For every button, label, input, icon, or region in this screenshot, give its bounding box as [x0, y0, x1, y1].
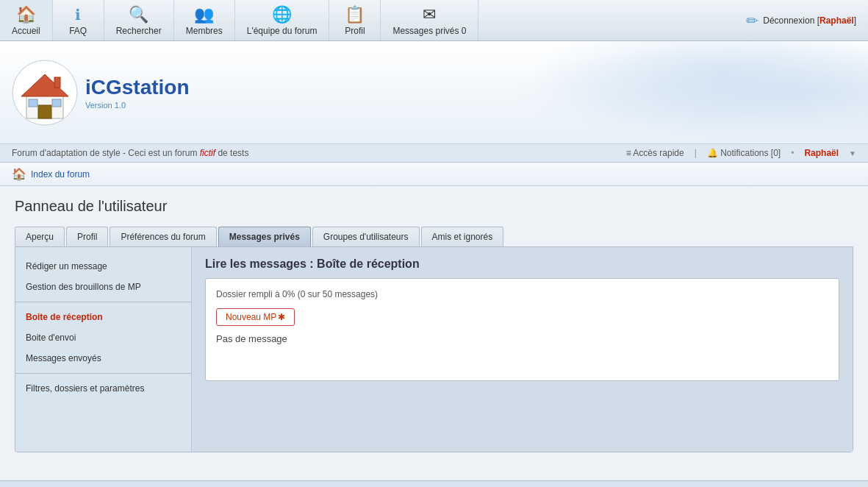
forum-description: Forum d'adaptation de style - Ceci est u…	[12, 148, 248, 158]
logout-username[interactable]: Raphaël	[819, 15, 854, 26]
nav-membres-label: Membres	[186, 26, 223, 36]
nav-mp[interactable]: Messages privés 0	[381, 0, 478, 40]
profile-icon	[345, 5, 365, 24]
nav-faq-label: FAQ	[69, 26, 87, 36]
members-icon	[194, 5, 214, 24]
header-decoration	[501, 41, 868, 143]
home-icon	[16, 5, 36, 24]
sidebar-separator-2	[15, 373, 191, 374]
forum-desc-end: de tests	[215, 148, 248, 158]
nav-profil[interactable]: Profil	[329, 0, 381, 40]
logo-area: iCGstation Version 1.0	[12, 60, 190, 126]
content-panel: Rédiger un message Gestion des brouillon…	[15, 246, 853, 452]
logout-section: Déconnexion [ Raphaël ]	[734, 0, 868, 40]
message-area: Lire les messages : Boîte de réception D…	[192, 247, 853, 452]
quick-access-link[interactable]: ≡ Accès rapide	[626, 148, 684, 158]
header-band: iCGstation Version 1.0	[0, 41, 868, 144]
forum-desc-text: Forum d'adaptation de style - Ceci est u…	[12, 148, 200, 158]
username-link[interactable]: Raphaël	[804, 148, 839, 158]
sidebar: Rédiger un message Gestion des brouillon…	[15, 247, 192, 452]
forum-fictif: fictif	[200, 148, 215, 158]
no-message-text: Pas de message	[216, 333, 828, 344]
nav-accueil[interactable]: Accueil	[0, 0, 53, 40]
info-bar-right: ≡ Accès rapide | 🔔 Notifications [0] • R…	[626, 148, 856, 158]
site-title: iCGstation	[85, 76, 190, 99]
site-version: Version 1.0	[85, 101, 190, 110]
nav-faq[interactable]: FAQ	[53, 0, 104, 40]
info-bar-divider1: |	[695, 148, 697, 158]
sidebar-boite-reception[interactable]: Boite de réception	[15, 307, 191, 327]
message-box: Dossier rempli à 0% (0 sur 50 messages) …	[205, 278, 839, 381]
sidebar-boite-envoi[interactable]: Boite d'envoi	[15, 327, 191, 348]
logout-suffix: ]	[854, 15, 856, 26]
info-bar-bullet: •	[791, 148, 794, 158]
message-area-title: Lire les messages : Boîte de réception	[205, 257, 839, 271]
main-content: Panneau de l'utilisateur Aperçu Profil P…	[0, 186, 868, 480]
svg-rect-6	[54, 77, 60, 88]
mp-icon	[423, 5, 436, 24]
svg-rect-5	[52, 99, 61, 107]
new-mp-button[interactable]: Nouveau MP✱	[216, 308, 295, 326]
sidebar-messages-envoyes[interactable]: Messages envoyés	[15, 348, 191, 369]
tab-groupes[interactable]: Groupes d'utilisateurs	[312, 227, 420, 246]
nav-mp-label: Messages privés 0	[392, 26, 466, 36]
nav-accueil-label: Accueil	[12, 26, 40, 36]
sidebar-separator-1	[15, 302, 191, 302]
notifications-link[interactable]: 🔔 Notifications [0]	[707, 148, 781, 158]
sidebar-rediger[interactable]: Rédiger un message	[15, 256, 191, 277]
faq-icon	[75, 5, 81, 24]
breadcrumb-home-icon: 🏠	[12, 167, 26, 181]
logout-prefix: Déconnexion [	[763, 15, 819, 26]
sidebar-brouillons[interactable]: Gestion des brouillons de MP	[15, 277, 191, 297]
tab-amis[interactable]: Amis et ignorés	[421, 227, 504, 246]
new-mp-asterisk: ✱	[278, 312, 285, 322]
info-bar: Forum d'adaptation de style - Ceci est u…	[0, 144, 868, 163]
site-title-area: iCGstation Version 1.0	[85, 76, 190, 110]
team-icon	[272, 5, 292, 24]
page-title: Panneau de l'utilisateur	[15, 198, 853, 215]
sidebar-filtres[interactable]: Filtres, dossiers et paramètres	[15, 378, 191, 399]
top-navigation: Accueil FAQ Rechercher Membres L'équipe …	[0, 0, 868, 41]
folder-info: Dossier rempli à 0% (0 sur 50 messages)	[216, 289, 828, 299]
dropdown-arrow-icon[interactable]: ▼	[849, 149, 856, 157]
logout-icon	[746, 12, 758, 29]
nav-profil-label: Profil	[345, 26, 365, 36]
new-mp-label: Nouveau MP	[226, 312, 276, 322]
footer: 🏠 Index du forum | ✉ Nous contacter 👥 L'…	[0, 480, 868, 487]
tab-apercu[interactable]: Aperçu	[15, 227, 65, 246]
breadcrumb-index-link[interactable]: Index du forum	[31, 169, 90, 179]
svg-rect-3	[38, 105, 51, 118]
svg-rect-4	[29, 99, 37, 107]
tab-mp[interactable]: Messages privés	[218, 227, 311, 246]
nav-rechercher[interactable]: Rechercher	[104, 0, 174, 40]
breadcrumb: 🏠 Index du forum	[0, 163, 868, 186]
search-icon	[129, 5, 148, 24]
tabs-bar: Aperçu Profil Préférences du forum Messa…	[15, 227, 853, 246]
tab-profil[interactable]: Profil	[66, 227, 108, 246]
site-logo[interactable]	[12, 60, 78, 126]
nav-rechercher-label: Rechercher	[116, 26, 162, 36]
nav-equipe[interactable]: L'équipe du forum	[235, 0, 330, 40]
nav-equipe-label: L'équipe du forum	[247, 26, 318, 36]
nav-membres[interactable]: Membres	[174, 0, 235, 40]
tab-preferences[interactable]: Préférences du forum	[110, 227, 216, 246]
